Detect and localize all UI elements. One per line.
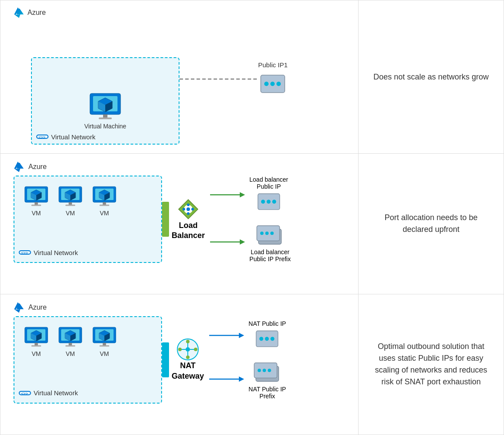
vm-icon-2 <box>57 185 83 208</box>
row2-vm2: VM <box>57 185 83 217</box>
svg-text:<>>: <>> <box>38 135 46 139</box>
svg-point-14 <box>276 82 281 86</box>
public-ip-icon <box>259 73 287 97</box>
svg-point-12 <box>264 82 269 86</box>
virtual-machine-icon <box>88 93 123 121</box>
row2-vnet-text: Virtual Network <box>34 249 78 256</box>
svg-point-88 <box>186 347 190 352</box>
row2-inner: VM <box>14 176 345 263</box>
row1-public-ip: Public IP1 <box>258 61 288 97</box>
row1-azure-label: Azure <box>14 7 46 19</box>
row2-vm3-label: VM <box>100 210 109 217</box>
svg-rect-83 <box>103 343 106 345</box>
row3-arrow2 <box>209 374 244 384</box>
row2-target2-label: Load balancerPublic IP Prefix <box>249 249 291 262</box>
row1-vnet-text: Virtual Network <box>51 133 95 141</box>
svg-rect-67 <box>35 343 38 345</box>
svg-rect-37 <box>103 202 106 205</box>
row1-vm-container: Virtual Machine <box>84 93 126 130</box>
row1-azure-text: Azure <box>28 9 46 17</box>
row2-target1: Load balancerPublic IP <box>249 176 288 214</box>
vnet-icon: <>> <box>36 132 48 141</box>
row2-azure-label: Azure <box>14 161 47 173</box>
svg-text:<>>: <>> <box>21 391 28 396</box>
vm-icon-1 <box>23 185 49 208</box>
row3-target2: NAT Public IPPrefix <box>249 359 286 400</box>
row3-target2-label: NAT Public IPPrefix <box>249 386 286 400</box>
svg-point-102 <box>271 337 275 341</box>
row3-vnet-text: Virtual Network <box>34 389 78 397</box>
row2-vnet-label: <>> Virtual Network <box>14 245 82 259</box>
nat-public-ip-prefix-icon <box>252 359 283 384</box>
svg-point-60 <box>270 231 274 235</box>
svg-point-107 <box>258 369 261 372</box>
row2-vnet-box: VM <box>14 176 162 263</box>
svg-rect-38 <box>100 204 110 206</box>
row3-azure-logo-icon <box>14 301 26 314</box>
row3-vm-icon-3 <box>91 326 117 349</box>
row3-vm2: VM <box>57 326 83 357</box>
row3-vm-icon-1 <box>23 326 49 349</box>
row3-vm2-label: VM <box>66 350 75 357</box>
lb-public-ip-prefix-icon <box>255 221 285 247</box>
svg-rect-6 <box>103 114 107 118</box>
svg-rect-76 <box>66 345 76 346</box>
svg-point-109 <box>268 369 271 372</box>
row2-lb-label: Load Balancer <box>172 221 205 241</box>
row3-target1: NAT Public IP <box>249 320 286 351</box>
row2-arrow2 <box>210 237 245 247</box>
row1-public-ip-label: Public IP1 <box>258 61 288 69</box>
svg-point-44 <box>187 204 190 206</box>
nat-cyan-bar <box>162 342 169 377</box>
row3-nat-icon-label: NAT Gateway <box>172 338 204 381</box>
row2-vm2-label: VM <box>66 210 75 217</box>
svg-point-100 <box>259 337 263 341</box>
svg-rect-21 <box>35 202 38 205</box>
nat-gateway-icon <box>176 338 199 361</box>
row2-azure-text: Azure <box>28 163 47 171</box>
svg-point-96 <box>194 348 197 351</box>
row2-vm3: VM <box>91 185 117 217</box>
row3-vms-row: VM <box>14 317 126 362</box>
row2-target1-row: Load balancerPublic IP <box>210 176 291 214</box>
svg-point-108 <box>262 369 266 372</box>
row2-description: Port allocation needs to be declared upf… <box>359 154 504 294</box>
row3-target1-row: NAT Public IP <box>209 320 286 351</box>
row2-arrow-targets: Load balancerPublic IP <box>210 176 291 262</box>
row3-target1-label: NAT Public IP <box>249 320 286 327</box>
row2-lb-icon-label: Load Balancer <box>172 198 205 241</box>
svg-rect-7 <box>99 117 112 119</box>
row1-diagram-area: Azure <box>0 0 359 153</box>
row3-vnet-icon: <>> <box>19 389 31 397</box>
row1-vnet-label: <>> Virtual Network <box>32 130 100 144</box>
svg-marker-49 <box>240 192 245 197</box>
svg-marker-98 <box>239 333 244 338</box>
row3-vm3: VM <box>91 326 117 357</box>
svg-point-90 <box>186 340 190 343</box>
row3-vm-icon-2 <box>57 326 83 349</box>
row1-dashed-line <box>180 75 258 83</box>
svg-point-94 <box>178 348 182 351</box>
svg-rect-30 <box>66 204 76 206</box>
row3-vm1: VM <box>23 326 49 357</box>
diagram-container: Azure <box>0 0 504 435</box>
row3-arrow-targets: NAT Public IP <box>209 320 286 400</box>
row2-vnet-icon: <>> <box>19 248 31 257</box>
row2-vm1-label: VM <box>32 210 41 217</box>
row2-vm1: VM <box>23 185 49 217</box>
svg-point-59 <box>266 231 269 235</box>
row2-azure-logo-icon <box>14 161 26 173</box>
row3-nat-label: NAT Gateway <box>172 361 204 381</box>
svg-rect-29 <box>69 202 72 205</box>
row2-target1-label: Load balancerPublic IP <box>249 176 288 190</box>
svg-point-92 <box>186 356 190 359</box>
row-3: Azure <box>0 294 504 435</box>
row2-arrow1 <box>210 190 245 200</box>
row3-description: Optimal outbound solution that uses stat… <box>359 294 504 435</box>
svg-point-13 <box>270 82 275 86</box>
row3-target2-row: NAT Public IPPrefix <box>209 359 286 400</box>
row3-vm1-label: VM <box>32 350 41 357</box>
row3-diagram-area: Azure <box>0 294 359 435</box>
svg-point-46 <box>187 212 190 215</box>
row3-inner: VM <box>14 316 345 404</box>
